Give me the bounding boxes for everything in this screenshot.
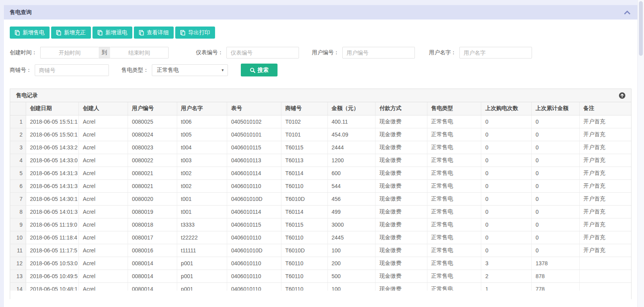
page-scrollbar[interactable] [637,0,644,307]
table-cell: t11111 [177,244,227,257]
page-header: 售电查询 [4,5,637,20]
toolbar-button-export-print[interactable]: 导出打印 [175,27,215,39]
toolbar-button-new-correction[interactable]: 新增充正 [51,27,91,39]
table-row[interactable]: 12018-06-05 15:51:1Acrel0080025t00604050… [10,115,631,128]
column-header: 备注 [579,102,631,115]
table-cell: Acrel [79,154,128,167]
table-cell: 正常售电 [427,205,481,218]
start-time-input[interactable] [40,47,99,59]
table-cell: 现金缴费 [375,179,427,192]
table-cell: 现金缴费 [375,218,427,231]
table-cell: 500 [327,270,375,282]
collapse-page-icon[interactable] [624,10,630,14]
table-cell: 0080021 [128,179,177,192]
table-cell: 现金缴费 [375,257,427,270]
toolbar-button-label: 新增充正 [64,29,86,36]
table-cell: 0 [481,244,532,257]
table-row[interactable]: 142018-06-05 10:48:1Acrel0080014p0010406… [10,282,631,291]
table-cell: 0080014 [128,270,177,282]
column-header: 金额（元） [327,102,375,115]
meter-no-input[interactable] [226,47,299,59]
table-cell: 2018-06-05 15:50:1 [26,128,79,141]
table-cell: 2018-06-05 14:31:3 [26,179,79,192]
table-cell: 0 [532,141,580,154]
table-cell: 0 [481,192,532,205]
table-cell: 2018-06-05 10:48:1 [26,282,79,291]
copy-icon [56,30,61,35]
table-cell: 2018-06-05 14:31:3 [26,167,79,179]
table-row[interactable]: 122018-06-05 10:53:0Acrel0080014p0010406… [10,257,631,270]
table-cell: 200 [327,257,375,270]
table-row[interactable]: 112018-06-05 11:17:5Acrel0080016t1111104… [10,244,631,257]
table-cell: 现金缴费 [375,192,427,205]
records-title: 售电记录 [16,92,38,99]
user-no-label: 用户编号： [312,49,339,56]
toolbar-button-new-sale[interactable]: 新增售电 [10,27,50,39]
table-cell: T60115 [281,141,327,154]
table-cell: 600 [327,167,375,179]
end-time-input[interactable] [110,47,169,59]
table-cell: 1200 [327,154,375,167]
table-cell: 开户首充 [579,205,631,218]
table-cell: T60114 [281,167,327,179]
table-cell: T60110 [281,179,327,192]
search-button[interactable]: 搜索 [241,64,278,76]
user-no-input[interactable] [342,47,415,59]
table-cell: T60110 [281,282,327,291]
table-row[interactable]: 92018-06-05 11:19:0Acrel0080018t33330406… [10,218,631,231]
table-row[interactable]: 82018-06-05 14:01:3Acrel0080019t00104060… [10,205,631,218]
copy-icon [98,30,103,35]
table-cell: 0406010110 [227,231,281,244]
row-index-cell: 10 [10,231,26,244]
table-cell: 0405010102 [227,115,281,128]
row-index-cell: 2 [10,128,26,141]
toolbar: 新增售电新增充正新增退电查看详细导出打印 [10,27,632,39]
table-cell: T0101 [281,128,327,141]
column-header: 用户名字 [177,102,227,115]
table-cell: 0080021 [128,167,177,179]
table-cell: 开户首充 [579,154,631,167]
date-range-group: 到 [40,47,169,59]
table-row[interactable]: 102018-06-05 11:18:4Acrel0080017t2222204… [10,231,631,244]
sale-type-select[interactable]: 正常售电 ▼ [152,64,228,76]
table-cell: 现金缴费 [375,154,427,167]
records-panel: 售电记录 创建日期创建人用户编号用户名字表号商铺号金额（元）付款方式售电类型上次… [10,89,632,299]
filter-row-2: 商铺号： 售电类型： 正常售电 ▼ 搜索 [10,64,632,76]
meter-no-label: 仪表编号： [196,49,223,56]
scrollbar-thumb[interactable] [639,1,643,56]
table-cell: 开户首充 [579,179,631,192]
row-index-header [10,102,26,115]
table-row[interactable]: 62018-06-05 14:31:3Acrel0080021t00204060… [10,179,631,192]
toolbar-button-new-refund[interactable]: 新增退电 [93,27,132,39]
table-cell: 0080016 [128,244,177,257]
table-row[interactable]: 132018-06-05 10:49:5Acrel0080014p0010406… [10,270,631,282]
table-cell: 1378 [532,257,580,270]
date-to-separator: 到 [99,47,110,59]
table-cell: 0 [532,128,580,141]
table-cell: 0 [481,205,532,218]
table-cell [579,282,631,291]
table-row[interactable]: 32018-06-05 14:33:2Acrel0080023t00404060… [10,141,631,154]
table-cell: 456 [327,192,375,205]
table-cell: 0 [532,192,580,205]
table-cell: 3 [481,257,532,270]
table-cell: 正常售电 [427,128,481,141]
toolbar-button-view-detail[interactable]: 查看详细 [134,27,174,39]
copy-icon [180,30,185,35]
column-header: 表号 [227,102,281,115]
table-row[interactable]: 42018-06-05 14:33:0Acrel0080022t00304060… [10,154,631,167]
table-cell: 0405010101 [227,128,281,141]
user-name-input[interactable] [459,47,532,59]
table-cell: 0406010114 [227,205,281,218]
table-cell: 现金缴费 [375,167,427,179]
shop-no-input[interactable] [35,64,109,76]
records-table-container: 创建日期创建人用户编号用户名字表号商铺号金额（元）付款方式售电类型上次购电次数上… [10,102,631,291]
table-row[interactable]: 52018-06-05 14:31:3Acrel0080021t00204060… [10,167,631,179]
toolbar-button-label: 新增退电 [105,29,127,36]
table-cell: 0080019 [128,205,177,218]
table-cell: 0406010110 [227,257,281,270]
scroll-top-icon[interactable] [619,92,626,99]
table-cell: p001 [177,270,227,282]
table-row[interactable]: 72018-06-05 14:30:1Acrel0080020t00104060… [10,192,631,205]
table-row[interactable]: 22018-06-05 15:50:1Acrel0080024t00504050… [10,128,631,141]
